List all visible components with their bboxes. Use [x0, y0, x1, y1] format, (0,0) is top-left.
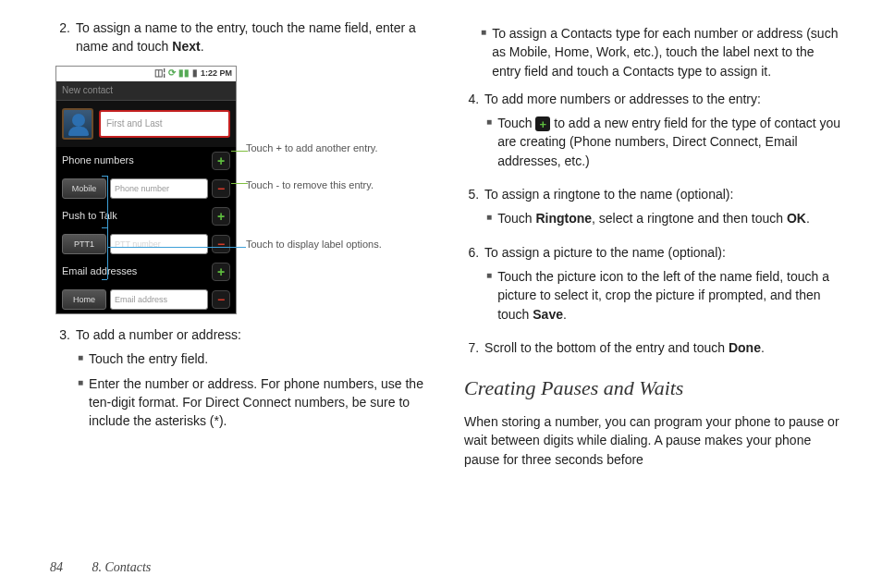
- bullet-icon: ■: [78, 374, 83, 431]
- device-frame: ◫¦ ⟳ ▮▮ ▮ 1:22 PM New contact First and …: [55, 66, 237, 315]
- step3-sub1: ■ Touch the entry field.: [78, 349, 427, 368]
- step-number: 6.: [464, 243, 479, 329]
- step-text: Scroll to the bottom of the entry and to…: [484, 338, 845, 357]
- step-number: 4.: [464, 90, 479, 176]
- email-label-button[interactable]: Home: [62, 289, 106, 310]
- bullet-icon: ■: [481, 24, 486, 80]
- step-text: To add a number or address: ■ Touch the …: [76, 325, 427, 435]
- remove-email-icon[interactable]: −: [212, 290, 230, 309]
- step-3: 3. To add a number or address: ■ Touch t…: [55, 325, 427, 435]
- step-6: 6. To assign a picture to the name (opti…: [464, 243, 845, 329]
- bullet-icon: ■: [486, 267, 492, 324]
- phone-entry-row: Mobile Phone number −: [56, 175, 236, 202]
- step-5: 5. To assign a ringtone to the name (opt…: [464, 185, 845, 234]
- add-phone-icon[interactable]: +: [212, 152, 230, 170]
- step-4: 4. To add more numbers or addresses to t…: [464, 90, 845, 176]
- add-ptt-icon[interactable]: +: [212, 207, 230, 226]
- step6-sub1: ■ Touch the picture icon to the left of …: [486, 267, 845, 324]
- add-email-icon[interactable]: +: [212, 263, 230, 281]
- step-2: 2. To assign a name to the entry, touch …: [55, 18, 427, 56]
- screenshot-callouts: Touch + to add another entry. Touch - to…: [246, 66, 385, 315]
- step-number: 5.: [464, 185, 479, 234]
- screenshot-contact-editor: ◫¦ ⟳ ▮▮ ▮ 1:22 PM New contact First and …: [55, 66, 427, 315]
- callout-label: Touch to display label options.: [246, 238, 385, 251]
- email-input[interactable]: Email address: [110, 289, 208, 310]
- inline-add-icon: +: [535, 116, 550, 131]
- name-input[interactable]: First and Last: [99, 110, 230, 138]
- screen-title: New contact: [56, 81, 236, 102]
- email-entry-row: Home Email address −: [56, 286, 236, 313]
- step3-sub2: ■ Enter the number or address. For phone…: [78, 374, 427, 431]
- ptt-number-input[interactable]: PTT number: [110, 234, 208, 254]
- step5-sub1: ■ Touch Ringtone, select a ringtone and …: [486, 209, 845, 227]
- status-bar: ◫¦ ⟳ ▮▮ ▮ 1:22 PM: [56, 67, 236, 81]
- callout-add: Touch + to add another entry.: [246, 141, 385, 154]
- pauses-intro-paragraph: When storing a number, you can program y…: [464, 412, 845, 469]
- section-heading: Creating Pauses and Waits: [464, 374, 845, 403]
- sync-icon: ⟳: [168, 67, 176, 80]
- phone-number-input[interactable]: Phone number: [110, 178, 208, 199]
- ptt-entry-row: PTT1 PTT number −: [56, 230, 236, 258]
- vibrate-icon: ◫¦: [154, 67, 165, 80]
- step4-sub1: ■ Touch + to add a new entry field for t…: [486, 114, 845, 170]
- section-email: Email addresses +: [56, 258, 236, 286]
- ptt-label-button[interactable]: PTT1: [62, 234, 106, 254]
- page-footer: 84 8. Contacts: [50, 560, 151, 575]
- section-push-to-talk: Push to Talk +: [56, 202, 236, 230]
- step-text: To assign a picture to the name (optiona…: [484, 243, 845, 329]
- clock: 1:22 PM: [201, 67, 232, 80]
- name-field-row: First and Last: [56, 101, 236, 147]
- bullet-icon: ■: [78, 349, 83, 368]
- step-number: 7.: [464, 338, 479, 357]
- step-number: 3.: [55, 325, 70, 435]
- contacts-type-sub: ■ To assign a Contacts type for each num…: [481, 24, 845, 80]
- remove-ptt-icon[interactable]: −: [212, 235, 230, 253]
- page-number: 84: [50, 560, 63, 574]
- callout-remove: Touch - to remove this entry.: [246, 178, 385, 191]
- bullet-icon: ■: [486, 114, 492, 170]
- chapter-label: 8. Contacts: [92, 560, 152, 574]
- phone-label-button[interactable]: Mobile: [62, 178, 106, 199]
- step-text: To assign a ringtone to the name (option…: [484, 185, 845, 234]
- step-7: 7. Scroll to the bottom of the entry and…: [464, 338, 845, 357]
- section-phone-numbers: Phone numbers +: [56, 147, 236, 175]
- signal-icon: ▮▮: [178, 67, 190, 80]
- contact-picture-icon[interactable]: [62, 108, 93, 140]
- battery-icon: ▮: [192, 67, 198, 80]
- step-text: To add more numbers or addresses to the …: [484, 90, 845, 176]
- bullet-icon: ■: [486, 209, 492, 227]
- step-text: To assign a name to the entry, touch the…: [76, 18, 427, 56]
- remove-phone-icon[interactable]: −: [212, 179, 230, 198]
- step-number: 2.: [55, 18, 70, 56]
